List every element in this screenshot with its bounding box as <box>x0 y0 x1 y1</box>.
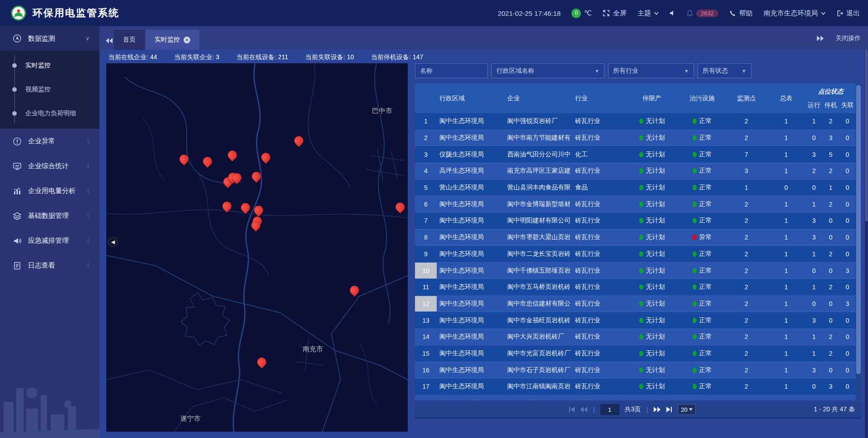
cell-stop: 3 <box>822 378 839 395</box>
cell-industry: 砖瓦行业 <box>572 246 626 263</box>
table-row[interactable]: 13阆中生态环境局阆中市金福旺页岩机砖砖瓦行业无计划正常21300 <box>415 312 856 329</box>
window-scrollbar[interactable] <box>865 26 868 438</box>
table-row[interactable]: 16阆中生态环境局阆中市石子页岩机砖厂砖瓦行业无计划正常21300 <box>415 362 856 378</box>
cell-text: 16 <box>422 367 429 374</box>
table-row[interactable]: 15阆中生态环境局阆中市光富页岩机砖厂砖瓦行业无计划正常21120 <box>415 345 856 362</box>
tab-实时监控[interactable]: 实时监控✕ <box>146 30 199 50</box>
table-row[interactable]: 6阆中生态环境局阆中市金博瑞新型墙材砖瓦行业无计划正常21120 <box>415 196 856 212</box>
sidebar-item-视频监控[interactable]: 视频监控 <box>0 77 99 101</box>
row-number: 6 <box>415 196 437 212</box>
table-row[interactable]: 10阆中生态环境局阆中千佛镇五郎垭页岩砖瓦行业无计划正常21003 <box>415 262 856 279</box>
cell-region: 阆中生态环境局 <box>437 113 505 130</box>
fullscreen-button[interactable]: 全屏 <box>603 9 627 18</box>
org-dropdown[interactable]: 南充市生态环境局 <box>764 9 826 18</box>
map-collapse-button[interactable]: ◀ <box>108 237 118 247</box>
table-row[interactable]: 7阆中生态环境局阆中明阳建材有限公司砖瓦行业无计划正常21300 <box>415 212 856 229</box>
cell-text: 2 <box>829 283 833 291</box>
sidebar-item-企业电力负荷明细[interactable]: 企业电力负荷明细 <box>0 101 99 125</box>
cell-plan: 无计划 <box>626 212 678 229</box>
cell-company: 阆中市金福旺页岩机砖 <box>505 312 572 329</box>
stat-label: 当前失联设备: <box>305 53 345 61</box>
help-button[interactable]: 帮助 <box>729 9 753 18</box>
sidebar-group-应急减排管理[interactable]: 应急减排管理〈 <box>0 228 99 253</box>
last-page-button[interactable] <box>666 407 672 412</box>
cell-lost: 0 <box>839 179 856 196</box>
sound-button[interactable] <box>670 10 676 16</box>
prev-page-button[interactable] <box>580 407 588 412</box>
first-page-button[interactable] <box>569 407 575 412</box>
status-dot-green <box>693 168 697 174</box>
table-row[interactable]: 5营山生态环境局营山县润丰肉食品有限食品无计划正常10010 <box>415 179 856 196</box>
table-row[interactable]: 18南部生态环境局南部县砒华山沟有限公建材加工无计划正常60060 <box>415 395 856 400</box>
sidebar-group-日志查看[interactable]: 日志查看〈 <box>0 253 99 278</box>
status-dot-green <box>639 218 643 223</box>
sidebar-group-基础数据管理[interactable]: 基础数据管理〈 <box>0 203 99 228</box>
notification-count-badge: 2632 <box>696 9 718 17</box>
tabs-scroll-left-icon[interactable] <box>106 38 113 43</box>
cell-text: 8 <box>424 234 428 241</box>
table-row[interactable]: 14阆中生态环境局阆中大兴页岩机砖厂砖瓦行业无计划正常21120 <box>415 329 856 345</box>
table-row[interactable]: 12阆中生态环境局阆中市忠信建材有限公砖瓦行业无计划正常21003 <box>415 296 856 312</box>
region-select[interactable]: 行政区域名称▼ <box>491 63 604 78</box>
cell-text: 正常 <box>699 117 712 125</box>
cell-plan: 无计划 <box>626 163 678 179</box>
speaker-icon <box>670 10 676 16</box>
close-operations-button[interactable]: 关闭操作 <box>835 34 861 42</box>
cell-run: 3 <box>806 230 822 245</box>
cell-text: 食品 <box>575 184 588 192</box>
theme-dropdown[interactable]: 主题 <box>637 9 659 18</box>
sidebar-item-实时监控[interactable]: 实时监控 <box>0 53 99 77</box>
cell-text: 0 <box>846 118 849 125</box>
industry-select[interactable]: 所有行业▼ <box>608 63 694 78</box>
sidebar-group-企业异常[interactable]: 企业异常〈 <box>0 129 99 154</box>
page-number-input[interactable] <box>600 404 619 415</box>
cell-plan: 无计划 <box>626 130 678 146</box>
table-row[interactable]: 11阆中生态环境局阆中市五马桥页岩机砖砖瓦行业无计划正常21120 <box>415 279 856 296</box>
cell-plan: 无计划 <box>626 179 678 196</box>
cell-industry: 化工 <box>572 146 626 163</box>
sidebar-group-数据监测[interactable]: 数据监测∨ <box>0 26 99 51</box>
sidebar-group-企业用电量分析[interactable]: 企业用电量分析〈 <box>0 179 99 203</box>
cell-industry: 砖瓦行业 <box>572 378 626 395</box>
table-row[interactable]: 1阆中生态环境局阆中强锐页岩砖厂砖瓦行业无计划正常21120 <box>415 113 856 130</box>
cell-run: 3 <box>806 212 822 229</box>
logout-icon <box>836 10 843 17</box>
map-panel[interactable]: 巴中市南充市遂宁市 ◀ <box>106 63 408 432</box>
table-row[interactable]: 8阆中生态环境局阆中市枣碧大梁山页岩砖瓦行业无计划异常21300 <box>415 229 856 246</box>
cell-text: 2 <box>745 201 748 208</box>
table-row[interactable]: 9阆中生态环境局阆中市二龙长宝页岩砖砖瓦行业无计划正常21120 <box>415 246 856 263</box>
cell-text: 阆中市金博瑞新型墙材 <box>507 200 571 208</box>
stat-当前失联设备: 当前失联设备:10 <box>305 53 354 64</box>
table-scrollbar[interactable] <box>856 84 861 400</box>
next-page-button[interactable] <box>653 407 660 412</box>
status-dot-green <box>693 118 697 124</box>
cell-text: 2 <box>829 350 833 357</box>
status-select[interactable]: 所有状态▼ <box>698 63 751 78</box>
tab-首页[interactable]: 首页 <box>114 30 145 50</box>
cell-text: 1 <box>812 283 816 291</box>
logout-button[interactable]: 退出 <box>836 9 860 18</box>
table-row[interactable]: 4高坪生态环境局南充市高坪区王家店建砖瓦行业无计划正常31220 <box>415 163 856 179</box>
table-row[interactable]: 3仪陇生态环境局西南油气田分公司川中化工无计划正常71350 <box>415 146 856 163</box>
cell-points: 2 <box>726 196 767 212</box>
tab-close-icon[interactable]: ✕ <box>184 37 190 43</box>
phone-icon <box>729 10 736 17</box>
sidebar-group-企业综合统计[interactable]: 企业综合统计〈 <box>0 154 99 179</box>
cell-lost: 0 <box>839 146 856 163</box>
cell-industry: 砖瓦行业 <box>572 212 626 229</box>
cell-text: 阆中市金福旺页岩机砖 <box>507 316 571 325</box>
cell-text: 2 <box>745 300 748 307</box>
cell-lost: 0 <box>839 329 856 345</box>
cell-company: 阆中市金博瑞新型墙材 <box>505 196 572 212</box>
cell-text: 0 <box>812 300 816 307</box>
cell-text: 5 <box>829 151 833 158</box>
page-size-select[interactable]: 20 <box>678 404 696 415</box>
cell-text: 0 <box>812 400 816 400</box>
table-row[interactable]: 17阆中生态环境局阆中市江南镇阆南页岩砖瓦行业无计划正常21030 <box>415 378 856 395</box>
table-row[interactable]: 2阆中生态环境局阆中市南方节能建材有砖瓦行业无计划正常21030 <box>415 130 856 146</box>
name-search-input[interactable]: 名称 <box>415 63 488 78</box>
cell-text: 无计划 <box>646 200 665 208</box>
notifications-button[interactable]: 2632 <box>687 9 718 17</box>
tabs-scroll-right-icon[interactable] <box>816 36 824 41</box>
row-number: 7 <box>415 212 437 229</box>
